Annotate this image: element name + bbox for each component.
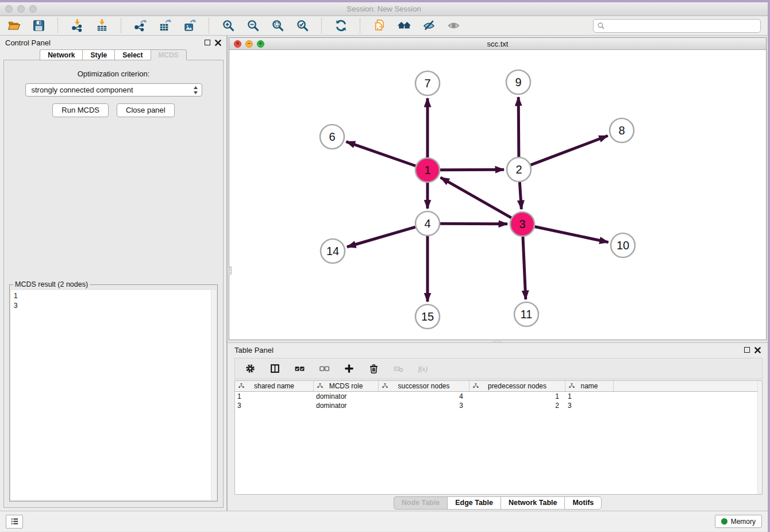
toolbar-separator <box>209 18 209 33</box>
tab-mcds[interactable]: MCDS <box>151 49 187 60</box>
table-body: 1dominator4113dominator323 <box>235 392 762 410</box>
close-panel-icon[interactable] <box>215 40 221 46</box>
cell-predecessor-nodes[interactable]: 1 <box>469 392 565 401</box>
toolbar-separator <box>57 18 58 33</box>
column-header-predecessor-nodes[interactable]: predecessor nodes <box>469 381 565 391</box>
search-input[interactable] <box>608 20 757 32</box>
show-all-eye-icon[interactable] <box>446 19 460 33</box>
float-table-panel-icon[interactable] <box>744 347 750 353</box>
graph-edge-3-1[interactable] <box>441 178 511 218</box>
mcds-result-list[interactable]: 13 <box>11 290 216 500</box>
graph-edge-3-10[interactable] <box>535 227 609 242</box>
float-panel-icon[interactable] <box>205 40 210 45</box>
cell-successor-nodes[interactable]: 4 <box>379 392 469 401</box>
zoom-fit-icon[interactable] <box>271 19 284 33</box>
cell-MCDS-role[interactable]: dominator <box>314 401 379 410</box>
network-window-title: scc.txt <box>229 40 766 48</box>
table-header-row: shared nameMCDS rolesuccessor nodesprede… <box>235 381 762 392</box>
close-table-panel-icon[interactable] <box>754 347 761 353</box>
memory-label: Memory <box>731 518 756 526</box>
tab-node-table[interactable]: Node Table <box>394 496 447 510</box>
select-all-checkboxes-icon[interactable] <box>292 362 306 376</box>
cell-shared-name[interactable]: 3 <box>235 401 314 410</box>
graph-node-label-6: 6 <box>329 130 335 143</box>
graph-edge-4-14[interactable] <box>347 227 415 247</box>
table-row[interactable]: 3dominator323 <box>235 401 762 410</box>
open-session-icon[interactable] <box>7 19 21 33</box>
zoom-out-icon[interactable] <box>246 19 260 33</box>
graph-edge-1-2[interactable] <box>440 169 504 170</box>
tab-select[interactable]: Select <box>114 49 150 60</box>
tab-edge-table[interactable]: Edge Table <box>447 496 500 510</box>
minimize-network-icon[interactable] <box>245 40 253 48</box>
control-panel-title: Control Panel <box>5 38 51 47</box>
cell-name[interactable]: 1 <box>565 392 614 401</box>
duplicate-network-icon[interactable] <box>372 19 386 33</box>
column-tree-icon <box>382 383 388 390</box>
home-icon[interactable] <box>397 19 411 33</box>
graph-edge-2-9[interactable] <box>518 97 519 157</box>
splitter-grip[interactable] <box>229 267 232 275</box>
deselect-all-checkboxes-icon[interactable] <box>317 362 331 376</box>
close-panel-button[interactable]: Close panel <box>117 103 175 117</box>
cell-predecessor-nodes[interactable]: 2 <box>469 401 565 410</box>
import-table-icon[interactable] <box>95 19 109 33</box>
save-session-icon[interactable] <box>32 19 45 33</box>
column-header-shared-name[interactable]: shared name <box>235 381 314 391</box>
column-header-label: shared name <box>254 382 294 390</box>
window-title: Session: New Session <box>0 5 768 13</box>
result-line: 1 <box>14 291 209 301</box>
refresh-icon[interactable] <box>334 19 348 33</box>
titlebar: Session: New Session <box>0 2 768 16</box>
graph-node-label-10: 10 <box>617 239 629 252</box>
toolbar-separator <box>321 18 322 33</box>
column-tree-icon <box>238 383 245 390</box>
column-header-MCDS-role[interactable]: MCDS role <box>314 381 379 391</box>
graph-edge-2-3[interactable] <box>519 182 521 209</box>
close-network-icon[interactable] <box>234 40 241 48</box>
graph-edge-1-6[interactable] <box>346 142 416 166</box>
export-network-icon[interactable] <box>133 19 147 33</box>
result-line: 3 <box>14 301 209 311</box>
graph-edge-2-8[interactable] <box>531 136 608 165</box>
network-window-titlebar[interactable]: scc.txt <box>229 38 766 50</box>
export-table-icon[interactable] <box>158 19 172 33</box>
delete-column-icon[interactable] <box>367 362 380 376</box>
tab-motifs[interactable]: Motifs <box>564 496 602 510</box>
tab-network[interactable]: Network <box>40 49 82 60</box>
export-image-icon[interactable] <box>183 19 197 33</box>
task-history-button[interactable] <box>6 515 23 529</box>
column-layout-icon[interactable] <box>268 362 282 376</box>
cell-name[interactable]: 3 <box>565 401 614 410</box>
tab-network-table[interactable]: Network Table <box>500 496 565 510</box>
tab-style[interactable]: Style <box>82 49 114 60</box>
cell-MCDS-role[interactable]: dominator <box>314 392 379 401</box>
table-row[interactable]: 1dominator411 <box>235 392 762 401</box>
column-header-successor-nodes[interactable]: successor nodes <box>379 381 469 391</box>
search-box[interactable] <box>593 19 761 33</box>
graph-edge-4-3[interactable] <box>440 223 507 224</box>
settings-gear-icon[interactable] <box>243 362 257 376</box>
graph-node-label-9: 9 <box>515 76 521 88</box>
memory-button[interactable]: Memory <box>715 515 762 528</box>
hide-selected-eye-icon[interactable] <box>422 19 436 33</box>
column-header-label: successor nodes <box>398 382 449 390</box>
run-mcds-button[interactable]: Run MCDS <box>52 103 109 117</box>
add-column-icon[interactable] <box>342 362 356 376</box>
result-scrollbar[interactable] <box>211 290 216 500</box>
graph-edge-3-11[interactable] <box>523 237 526 299</box>
zoom-selected-icon[interactable] <box>295 19 309 33</box>
table-scrollbar[interactable] <box>757 381 762 494</box>
memory-status-icon <box>721 518 727 525</box>
mcds-result-title: MCDS result (2 nodes) <box>13 280 90 288</box>
table-panel-title: Table Panel <box>234 346 274 354</box>
import-network-icon[interactable] <box>70 19 84 33</box>
network-canvas[interactable]: 7968124314101511 <box>229 50 766 340</box>
column-header-name[interactable]: name <box>565 381 614 391</box>
maximize-network-icon[interactable] <box>257 40 264 48</box>
cell-successor-nodes[interactable]: 3 <box>379 401 469 410</box>
cell-shared-name[interactable]: 1 <box>235 392 314 401</box>
optimization-criterion-select[interactable]: strongly connected component <box>25 83 202 97</box>
zoom-in-icon[interactable] <box>221 19 235 33</box>
graph-node-label-1: 1 <box>424 164 430 176</box>
